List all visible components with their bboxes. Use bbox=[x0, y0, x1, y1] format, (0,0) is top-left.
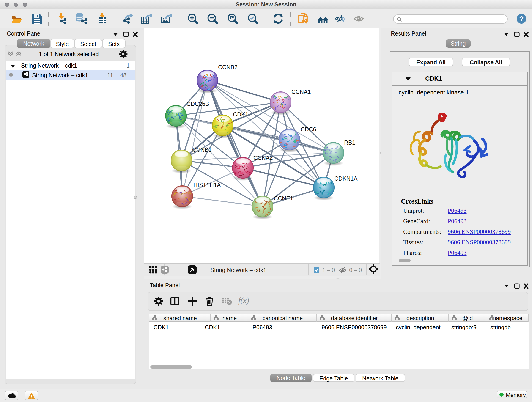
svg-text:?: ? bbox=[519, 15, 524, 23]
